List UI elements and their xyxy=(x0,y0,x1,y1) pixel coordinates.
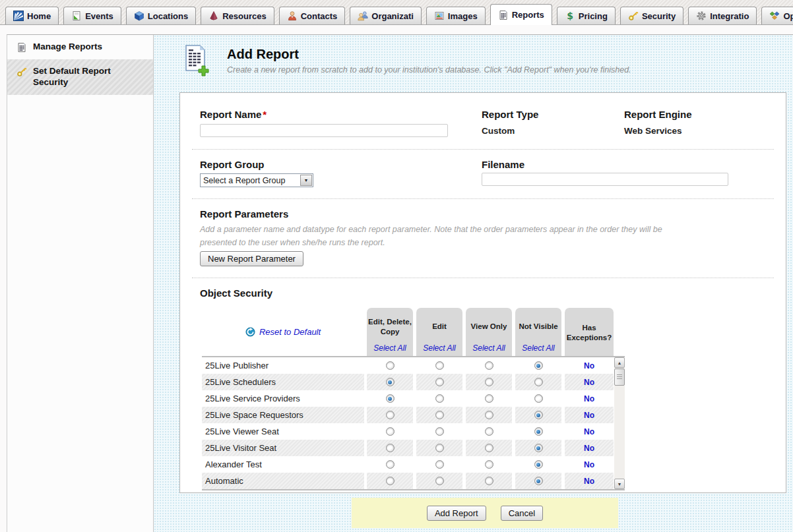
select-all-link[interactable]: Select All xyxy=(416,343,462,356)
radio-button[interactable] xyxy=(485,394,493,403)
people-icon xyxy=(358,11,368,21)
table-scrollbar[interactable]: ▲ ▼ xyxy=(614,357,625,489)
radio-button[interactable] xyxy=(386,477,395,485)
radio-button[interactable] xyxy=(534,361,543,370)
scrollbar-thumb[interactable] xyxy=(614,369,625,386)
radio-cell xyxy=(466,390,512,407)
radio-button[interactable] xyxy=(485,427,493,436)
select-all-link[interactable]: Select All xyxy=(515,343,561,356)
tab-label: Resources xyxy=(222,11,266,21)
radio-selected-dot xyxy=(388,380,392,384)
key-icon xyxy=(16,67,27,77)
radio-button[interactable] xyxy=(386,394,395,403)
report-grid-icon xyxy=(16,42,27,53)
radio-button[interactable] xyxy=(485,361,493,370)
radio-selected-dot xyxy=(536,479,540,483)
exceptions-link[interactable]: No xyxy=(584,427,594,436)
optimizer-shapes-icon xyxy=(769,11,780,21)
radio-button[interactable] xyxy=(435,394,444,403)
scroll-up-icon[interactable]: ▲ xyxy=(614,357,625,368)
exceptions-link[interactable]: No xyxy=(584,411,594,420)
sidebar-item-manage-reports[interactable]: Manage Reports xyxy=(7,35,153,59)
sidebar: Manage ReportsSet Default Report Securit… xyxy=(7,35,154,532)
radio-selected-dot xyxy=(536,413,540,417)
tab-organizations[interactable]: Organizati xyxy=(350,7,422,24)
exceptions-link[interactable]: No xyxy=(584,394,594,403)
radio-cell xyxy=(466,473,512,489)
home-logo-icon xyxy=(13,11,24,21)
radio-button[interactable] xyxy=(386,427,395,436)
tab-pricing[interactable]: $Pricing xyxy=(557,7,616,24)
select-all-link[interactable]: Select All xyxy=(367,343,413,356)
radio-button[interactable] xyxy=(534,378,543,386)
exceptions-link[interactable]: No xyxy=(584,460,594,469)
sidebar-item-set-default-report-security[interactable]: Set Default Report Security xyxy=(7,59,153,95)
radio-button[interactable] xyxy=(485,411,493,419)
radio-selected-dot xyxy=(536,430,540,434)
radio-button[interactable] xyxy=(386,411,395,419)
radio-button[interactable] xyxy=(435,444,444,452)
exceptions-link[interactable]: No xyxy=(584,444,594,453)
filename-input[interactable] xyxy=(482,173,728,186)
radio-button[interactable] xyxy=(534,460,543,469)
new-report-parameter-button[interactable]: New Report Parameter xyxy=(200,251,303,266)
radio-button[interactable] xyxy=(534,444,543,452)
radio-button[interactable] xyxy=(485,444,493,452)
tab-contacts[interactable]: Contacts xyxy=(279,7,346,24)
column-header: Edit, Delete, CopySelect All xyxy=(367,308,413,356)
key-icon xyxy=(628,11,639,21)
column-header-label: Edit xyxy=(416,308,462,343)
action-bar: Add Report Cancel xyxy=(352,498,618,528)
radio-button[interactable] xyxy=(386,361,395,370)
tab-optimizer[interactable]: Optimizer xyxy=(761,7,793,24)
radio-button[interactable] xyxy=(485,460,493,469)
cancel-button[interactable]: Cancel xyxy=(501,506,543,521)
tab-locations[interactable]: Locations xyxy=(126,7,196,24)
radio-selected-dot xyxy=(536,364,540,368)
exceptions-link[interactable]: No xyxy=(584,477,594,486)
select-all-link[interactable]: Select All xyxy=(466,343,512,356)
tab-home[interactable]: Home xyxy=(5,7,59,24)
radio-button[interactable] xyxy=(435,460,444,469)
reset-to-default-link[interactable]: Reset to Default xyxy=(259,327,321,337)
radio-button[interactable] xyxy=(534,411,543,419)
exceptions-link[interactable]: No xyxy=(584,378,594,387)
tab-integration[interactable]: Integratio xyxy=(688,7,757,24)
radio-button[interactable] xyxy=(435,477,444,485)
radio-button[interactable] xyxy=(435,378,444,386)
add-report-button[interactable]: Add Report xyxy=(427,506,486,521)
report-type-label: Report Type xyxy=(482,109,538,120)
column-header: View OnlySelect All xyxy=(466,308,512,356)
radio-button[interactable] xyxy=(435,427,444,436)
radio-button[interactable] xyxy=(534,477,543,485)
radio-button[interactable] xyxy=(485,477,493,485)
scroll-down-icon[interactable]: ▼ xyxy=(614,479,625,489)
radio-cell xyxy=(367,407,413,423)
radio-button[interactable] xyxy=(485,378,493,386)
radio-button[interactable] xyxy=(534,427,543,436)
divider xyxy=(192,278,774,278)
tab-security[interactable]: Security xyxy=(620,7,683,24)
radio-button[interactable] xyxy=(534,394,543,403)
radio-button[interactable] xyxy=(435,361,444,370)
radio-button[interactable] xyxy=(435,411,444,419)
radio-button[interactable] xyxy=(386,460,395,469)
tab-reports[interactable]: Reports xyxy=(490,4,552,25)
table-row: AutomaticNo xyxy=(202,473,625,489)
tab-resources[interactable]: Resources xyxy=(201,7,274,24)
radio-cell xyxy=(466,440,512,456)
radio-cell xyxy=(416,473,462,489)
exceptions-link[interactable]: No xyxy=(584,361,594,370)
tab-images[interactable]: Images xyxy=(426,7,486,24)
radio-button[interactable] xyxy=(386,378,395,386)
exceptions-cell: No xyxy=(565,374,614,390)
report-name-input[interactable] xyxy=(200,124,448,137)
report-group-select[interactable]: Select a Report Group ▼ xyxy=(200,173,313,187)
tab-events[interactable]: Events xyxy=(63,7,121,24)
reset-to-default[interactable]: Reset to Default xyxy=(202,308,364,356)
radio-cell xyxy=(515,456,561,473)
radio-button[interactable] xyxy=(386,444,395,452)
column-header: EditSelect All xyxy=(416,308,462,356)
column-header-label: Has Exceptions? xyxy=(565,308,614,356)
tab-label: Pricing xyxy=(579,11,608,21)
